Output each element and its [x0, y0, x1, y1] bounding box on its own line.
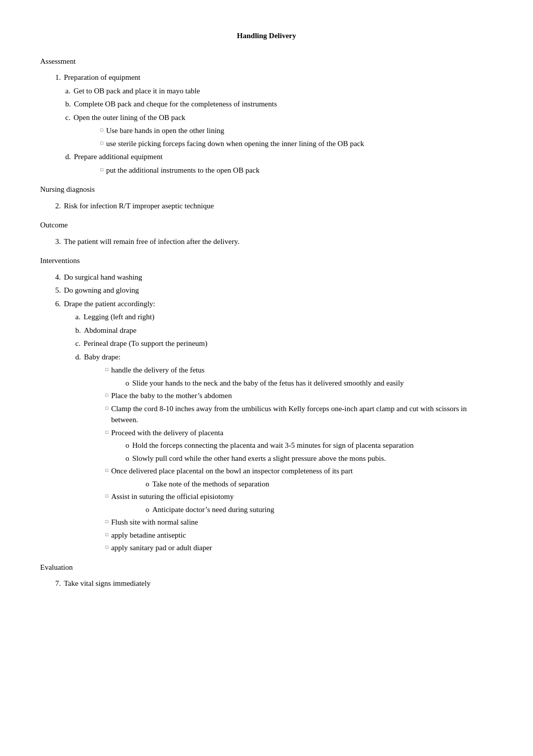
- nursing-diagnosis-section: Nursing diagnosis 2. Risk for infection …: [40, 184, 493, 211]
- bullet-icon-3: □: [100, 167, 103, 176]
- bullet-icon-sanitary: □: [105, 544, 108, 554]
- item-1: 1. Preparation of equipment: [55, 72, 493, 83]
- bullet-icon-handle: □: [105, 366, 108, 376]
- item-c-bullet-1: □ Use bare hands in open the other linin…: [100, 125, 493, 137]
- item-c-bullet-1-text: Use bare hands in open the other lining: [106, 125, 224, 137]
- sub-anticipate-text: Anticipate doctor’s need during suturing: [153, 504, 275, 516]
- item-c: c. Open the outer lining of the OB pack: [55, 112, 493, 123]
- bullet-place: □ Place the baby to the mother’s abdomen: [105, 390, 493, 402]
- sub-hold: o Hold the forceps connecting the placen…: [125, 440, 493, 451]
- evaluation-section: Evaluation 7. Take vital signs immediate…: [40, 562, 493, 589]
- evaluation-heading: Evaluation: [40, 562, 493, 573]
- item-2-text: Risk for infection R/T improper aseptic …: [64, 200, 214, 212]
- item-3: 3. The patient will remain free of infec…: [55, 236, 493, 247]
- bullet-icon-assist: □: [105, 493, 108, 502]
- bullet-place-text: Place the baby to the mother’s abdomen: [111, 390, 232, 402]
- item-6c-text: Perineal drape (To support the perineum): [83, 338, 207, 349]
- item-c-bullet-2: □ use sterile picking forceps facing dow…: [100, 138, 493, 150]
- sub-slide-o: o: [125, 377, 129, 389]
- bullet-sanitary-text: apply sanitary pad or adult diaper: [111, 542, 212, 554]
- bullet-icon-proceed: □: [105, 429, 108, 439]
- bullet-flush-text: Flush site with normal saline: [111, 517, 198, 528]
- item-b: b. Complete OB pack and cheque for the c…: [55, 98, 493, 110]
- assessment-heading: Assessment: [40, 56, 493, 67]
- page-title: Handling Delivery: [40, 30, 493, 42]
- item-6b-text: Abdominal drape: [84, 325, 137, 336]
- item-d-bullet-1: □ put the additional instruments to the …: [100, 165, 493, 176]
- bullet-betadine-text: apply betadine antiseptic: [111, 530, 186, 541]
- outcome-section: Outcome 3. The patient will remain free …: [40, 219, 493, 247]
- item-2: 2. Risk for infection R/T improper asept…: [55, 200, 493, 212]
- sub-slowly-text: Slowly pull cord while the other hand ex…: [132, 453, 386, 464]
- item-6a: a. Legging (left and right): [65, 311, 493, 323]
- item-3-label: 3.: [55, 236, 61, 247]
- bullet-icon-1: □: [100, 127, 103, 137]
- item-4-label: 4.: [55, 272, 61, 283]
- item-4: 4. Do surgical hand washing: [55, 272, 493, 283]
- item-5-text: Do gowning and gloving: [64, 285, 139, 296]
- item-1-label: 1.: [55, 72, 61, 83]
- bullet-sanitary: □ apply sanitary pad or adult diaper: [105, 542, 493, 554]
- sub-slowly-o: o: [125, 453, 129, 464]
- item-d: d. Prepare additional equipment: [55, 151, 493, 163]
- item-d-text: Prepare additional equipment: [74, 151, 163, 163]
- item-a-label: a.: [65, 85, 70, 97]
- sub-take-note-o: o: [146, 478, 150, 490]
- item-7: 7. Take vital signs immediately: [55, 578, 493, 589]
- bullet-betadine: □ apply betadine antiseptic: [105, 530, 493, 541]
- item-2-label: 2.: [55, 200, 61, 212]
- item-6a-label: a.: [75, 311, 80, 323]
- sub-hold-o: o: [125, 440, 129, 451]
- item-6-label: 6.: [55, 298, 61, 310]
- item-6: 6. Drape the patient accordingly:: [55, 298, 493, 310]
- sub-anticipate-o: o: [146, 504, 150, 516]
- bullet-clamp: □ Clamp the cord 8-10 inches away from t…: [105, 403, 493, 426]
- item-6d-text: Baby drape:: [84, 351, 120, 363]
- interventions-heading: Interventions: [40, 255, 493, 267]
- item-a: a. Get to OB pack and place it in mayo t…: [55, 85, 493, 97]
- item-b-text: Complete OB pack and cheque for the comp…: [74, 98, 277, 110]
- sub-slowly: o Slowly pull cord while the other hand …: [125, 453, 493, 464]
- item-d-label: d.: [65, 151, 71, 163]
- item-6-text: Drape the patient accordingly:: [64, 298, 155, 310]
- item-6b-label: b.: [75, 325, 81, 336]
- item-5: 5. Do gowning and gloving: [55, 285, 493, 296]
- item-6b: b. Abdominal drape: [65, 325, 493, 336]
- item-6a-text: Legging (left and right): [83, 311, 154, 323]
- item-7-text: Take vital signs immediately: [64, 578, 151, 589]
- bullet-assist-text: Assist in suturing the official episioto…: [111, 491, 233, 502]
- item-a-text: Get to OB pack and place it in mayo tabl…: [73, 85, 200, 97]
- sub-take-note: o Take note of the methods of separation: [146, 478, 493, 490]
- item-c-label: c.: [65, 112, 70, 123]
- bullet-once: □ Once delivered place placental on the …: [105, 465, 493, 477]
- nursing-diagnosis-heading: Nursing diagnosis: [40, 184, 493, 195]
- bullet-icon-once: □: [105, 467, 108, 477]
- bullet-once-text: Once delivered place placental on the bo…: [111, 465, 353, 477]
- bullet-icon-flush: □: [105, 519, 108, 528]
- assessment-section: Assessment 1. Preparation of equipment a…: [40, 56, 493, 176]
- sub-take-note-text: Take note of the methods of separation: [153, 478, 270, 490]
- interventions-section: Interventions 4. Do surgical hand washin…: [40, 255, 493, 554]
- item-6d: d. Baby drape:: [65, 351, 493, 363]
- item-5-label: 5.: [55, 285, 61, 296]
- bullet-icon-2: □: [100, 140, 103, 150]
- item-3-text: The patient will remain free of infectio…: [64, 236, 239, 247]
- bullet-handle-text: handle the delivery of the fetus: [111, 364, 204, 376]
- bullet-icon-place: □: [105, 392, 108, 402]
- bullet-proceed-text: Proceed with the delivery of placenta: [111, 427, 223, 439]
- bullet-assist: □ Assist in suturing the official episio…: [105, 491, 493, 502]
- sub-hold-text: Hold the forceps connecting the placenta…: [132, 440, 414, 451]
- item-c-bullet-2-text: use sterile picking forceps facing down …: [106, 138, 364, 150]
- item-b-label: b.: [65, 98, 71, 110]
- item-6c: c. Perineal drape (To support the perine…: [65, 338, 493, 349]
- bullet-icon-betadine: □: [105, 532, 108, 541]
- item-6d-label: d.: [75, 351, 81, 363]
- bullet-clamp-text: Clamp the cord 8-10 inches away from the…: [111, 403, 493, 426]
- item-4-text: Do surgical hand washing: [64, 272, 142, 283]
- bullet-handle: □ handle the delivery of the fetus: [105, 364, 493, 376]
- item-d-bullet-1-text: put the additional instruments to the op…: [106, 165, 259, 176]
- item-1-text: Preparation of equipment: [64, 72, 140, 83]
- outcome-heading: Outcome: [40, 219, 493, 231]
- item-7-label: 7.: [55, 578, 61, 589]
- bullet-flush: □ Flush site with normal saline: [105, 517, 493, 528]
